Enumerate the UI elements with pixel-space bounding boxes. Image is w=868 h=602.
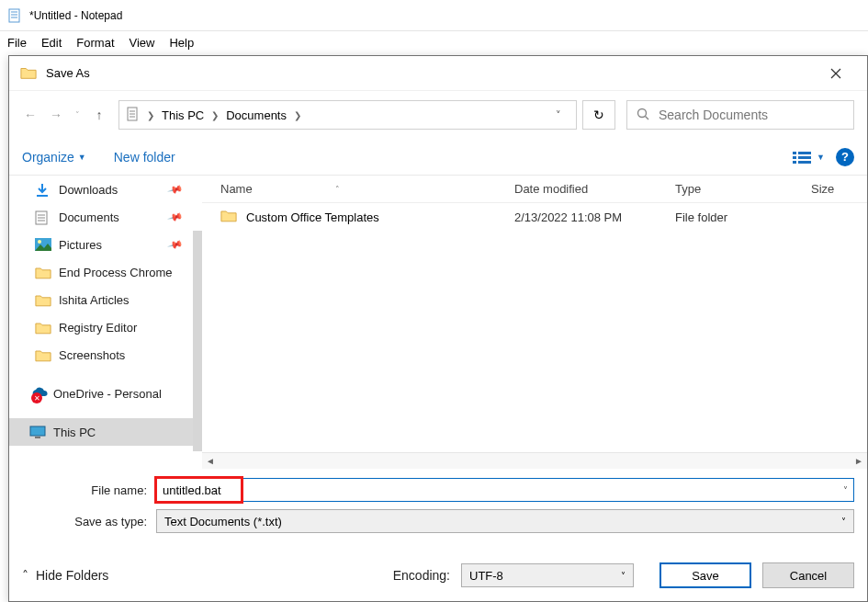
chevron-right-icon: ❯ (145, 110, 156, 120)
chevron-up-icon: ˄ (22, 568, 28, 583)
file-row[interactable]: Custom Office Templates 2/13/2022 11:08 … (202, 203, 867, 231)
pictures-icon (35, 238, 51, 252)
horizontal-scrollbar[interactable]: ◄ ► (202, 452, 867, 469)
address-dropdown[interactable]: ˅ (547, 109, 570, 121)
back-button[interactable]: ← (22, 108, 39, 122)
close-icon (830, 68, 841, 79)
folder-icon (35, 293, 51, 307)
column-size[interactable]: Size (811, 182, 867, 196)
folder-icon (35, 321, 51, 335)
savetype-combobox[interactable]: Text Documents (*.txt) ˅ (156, 509, 854, 533)
savetype-label: Save as type: (22, 515, 156, 528)
error-badge-icon: ✕ (31, 392, 42, 403)
svg-line-11 (646, 116, 649, 119)
encoding-value: UTF-8 (469, 569, 503, 583)
refresh-icon: ↻ (593, 108, 604, 122)
sidebar-item-folder[interactable]: End Process Chrome (9, 258, 193, 286)
filename-input[interactable] (157, 479, 837, 501)
up-button[interactable]: ↑ (91, 108, 107, 122)
address-folder[interactable]: Documents (226, 108, 287, 122)
sidebar-item-label: Documents (59, 210, 119, 224)
dialog-folder-icon (20, 65, 37, 82)
sidebar-item-pictures[interactable]: Pictures 📌 (9, 231, 193, 258)
menu-file[interactable]: File (7, 36, 27, 50)
menu-edit[interactable]: Edit (41, 36, 62, 50)
notepad-icon (7, 8, 22, 23)
svg-rect-14 (793, 161, 796, 164)
notepad-title: *Untitled - Notepad (29, 9, 122, 22)
menu-help[interactable]: Help (169, 36, 194, 50)
refresh-button[interactable]: ↻ (582, 100, 615, 130)
caret-down-icon: ▼ (817, 153, 825, 162)
this-pc-icon (29, 426, 46, 439)
chevron-down-icon: ˅ (841, 517, 846, 527)
file-name: Custom Office Templates (246, 210, 379, 224)
column-type[interactable]: Type (675, 182, 811, 196)
nav-arrows: ← → ˅ ↑ (22, 108, 107, 122)
savetype-value: Text Documents (*.txt) (164, 515, 282, 528)
help-icon: ? (841, 150, 849, 164)
notepad-titlebar: *Untitled - Notepad (0, 0, 868, 31)
save-as-dialog: Save As ← → ˅ ↑ ❯ This PC ❯ Documents ❯ … (8, 55, 868, 602)
hide-folders-button[interactable]: ˄ Hide Folders (22, 568, 108, 583)
pin-icon: 📌 (167, 181, 185, 198)
encoding-combobox[interactable]: UTF-8 ˅ (461, 563, 634, 587)
encoding-label: Encoding: (393, 568, 450, 583)
cancel-button[interactable]: Cancel (762, 562, 854, 588)
view-details-icon (793, 151, 811, 164)
sidebar-item-this-pc[interactable]: This PC (9, 418, 193, 446)
svg-rect-0 (9, 9, 19, 22)
svg-point-24 (38, 240, 41, 244)
sidebar-item-label: Registry Editor (59, 321, 137, 335)
dialog-title: Save As (46, 66, 815, 80)
sidebar-item-folder[interactable]: Ishita Articles (9, 286, 193, 313)
address-doc-icon (125, 107, 140, 124)
folder-icon (35, 348, 51, 362)
hide-folders-label: Hide Folders (36, 568, 108, 583)
save-button[interactable]: Save (659, 562, 751, 588)
chevron-right-icon: ❯ (209, 110, 220, 120)
sidebar-item-onedrive[interactable]: ✕ OneDrive - Personal (9, 380, 193, 407)
svg-rect-13 (793, 156, 796, 159)
help-button[interactable]: ? (836, 148, 854, 166)
scroll-left-icon[interactable]: ◄ (202, 456, 219, 466)
address-root[interactable]: This PC (162, 108, 204, 122)
save-fields: File name: ˅ Save as type: Text Document… (9, 469, 867, 546)
menu-view[interactable]: View (130, 36, 155, 50)
organize-menu[interactable]: Organize ▼ (22, 150, 86, 165)
filename-combobox[interactable]: ˅ (156, 478, 854, 502)
sidebar-item-folder[interactable]: Screenshots (9, 341, 193, 369)
filename-label: File name: (22, 483, 156, 497)
menu-format[interactable]: Format (76, 36, 114, 50)
sidebar-item-folder[interactable]: Registry Editor (9, 313, 193, 341)
recent-dropdown[interactable]: ˅ (75, 110, 80, 119)
column-date[interactable]: Date modified (514, 182, 675, 196)
sort-asc-icon: ˄ (335, 185, 340, 194)
forward-button[interactable]: → (48, 108, 64, 122)
sidebar-item-label: End Process Chrome (59, 266, 173, 279)
close-button[interactable] (815, 60, 856, 87)
sidebar-item-downloads[interactable]: Downloads 📌 (9, 176, 193, 203)
folder-icon (35, 266, 51, 279)
svg-rect-26 (35, 437, 40, 438)
view-mode-button[interactable]: ▼ (793, 151, 825, 164)
sidebar-item-documents[interactable]: Documents 📌 (9, 203, 193, 231)
document-icon (35, 210, 51, 224)
dialog-titlebar: Save As (9, 56, 867, 91)
scroll-right-icon[interactable]: ► (851, 456, 867, 466)
column-name[interactable]: Name ˄ (220, 182, 514, 196)
sidebar-item-label: Pictures (59, 238, 102, 252)
folder-icon (220, 209, 237, 225)
address-bar[interactable]: ❯ This PC ❯ Documents ❯ ˅ (118, 100, 577, 130)
search-placeholder: Search Documents (659, 108, 768, 122)
new-folder-button[interactable]: New folder (114, 150, 175, 165)
search-box[interactable]: Search Documents (626, 100, 854, 130)
file-type: File folder (675, 210, 811, 224)
column-headers: Name ˄ Date modified Type Size (202, 176, 867, 203)
svg-rect-12 (793, 152, 796, 154)
vertical-scrollbar[interactable] (193, 231, 202, 451)
svg-point-10 (638, 108, 647, 117)
sidebar-item-label: Screenshots (59, 348, 125, 362)
sidebar-item-label: This PC (53, 426, 96, 439)
chevron-down-icon[interactable]: ˅ (837, 485, 853, 495)
